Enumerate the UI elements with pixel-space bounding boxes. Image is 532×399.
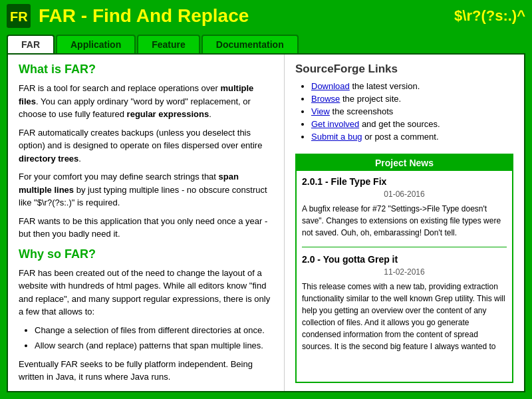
news-body: This release comes with a new tab, provi…: [302, 281, 507, 352]
main-content: What is FAR? FAR is a tool for search an…: [7, 53, 525, 392]
list-item: Change a selection of files from differe…: [35, 324, 273, 337]
tab-far[interactable]: FAR: [7, 35, 55, 53]
section1-para1: FAR is a tool for search and replace ope…: [19, 82, 273, 121]
list-item: View the screenshots: [311, 106, 513, 116]
download-link[interactable]: Download: [311, 81, 350, 91]
section1-para2: FAR automatically creates backups (unles…: [19, 126, 273, 166]
news-date: 01-06-2016: [302, 190, 507, 199]
svg-text:FR: FR: [10, 9, 28, 24]
section2-para1: FAR has been created out of the need to …: [19, 267, 273, 319]
bold-span-multiple: span multiple lines: [19, 172, 239, 195]
browse-link[interactable]: Browse: [311, 94, 340, 104]
get-involved-link[interactable]: Get involved: [311, 119, 359, 129]
app-subtitle: $\r?(?s:.)^: [454, 7, 525, 25]
list-item: Allow search (and replace) patterns that…: [35, 339, 273, 352]
list-item: Get involved and get the sources.: [311, 119, 513, 129]
project-news-panel: Project News 2.0.1 - File Type Fix 01-06…: [295, 154, 513, 383]
sf-link-list: Download the latest version. Browse the …: [295, 81, 513, 142]
news-body: A bugfix release for #72 "Settings->File…: [302, 203, 507, 239]
section3-title: How FAR Then?: [19, 390, 273, 392]
right-column: SourceForge Links Download the latest ve…: [285, 55, 524, 391]
project-news-content[interactable]: 2.0.1 - File Type Fix 01-06-2016 A bugfi…: [297, 171, 512, 382]
submit-bug-link[interactable]: Submit a bug: [311, 132, 362, 142]
bold-regular-expressions: regular expressions: [127, 109, 209, 119]
news-title: 2.0.1 - File Type Fix: [302, 176, 507, 187]
view-link[interactable]: View: [311, 106, 330, 116]
list-item: Submit a bug or post a comment.: [311, 132, 513, 142]
section2-list: Change a selection of files from differe…: [19, 324, 273, 352]
app-logo: FR: [7, 4, 31, 28]
section1-para4: FAR wants to be this application that yo…: [19, 215, 273, 241]
bold-directory-trees: directory trees: [19, 154, 78, 164]
project-news-header: Project News: [297, 155, 512, 171]
news-item: 2.0 - You gotta Grep it 11-02-2016 This …: [302, 254, 507, 352]
list-item: Browse the project site.: [311, 94, 513, 104]
app-header: FR FAR - Find And Replace $\r?(?s:.)^: [0, 0, 532, 32]
list-item: Download the latest version.: [311, 81, 513, 91]
tab-feature[interactable]: Feature: [137, 35, 200, 53]
tab-bar: FAR Application Feature Documentation: [0, 32, 532, 53]
section1-para3: For your comfort you may define search s…: [19, 170, 273, 209]
section2-title: Why so FAR?: [19, 247, 273, 261]
news-divider: [302, 247, 507, 247]
tab-documentation[interactable]: Documentation: [201, 35, 299, 53]
sourceforge-links: SourceForge Links Download the latest ve…: [295, 63, 513, 144]
app-title: FAR - Find And Replace: [39, 5, 446, 27]
section1-title: What is FAR?: [19, 63, 273, 76]
left-column: What is FAR? FAR is a tool for search an…: [8, 55, 285, 391]
news-date: 11-02-2016: [302, 267, 507, 277]
news-title: 2.0 - You gotta Grep it: [302, 254, 507, 265]
news-item: 2.0.1 - File Type Fix 01-06-2016 A bugfi…: [302, 176, 507, 239]
sf-title: SourceForge Links: [295, 63, 513, 76]
bold-multiple-files: multiple files: [19, 83, 253, 106]
section2-para2: Eventually FAR seeks to be fully platfor…: [19, 358, 273, 384]
tab-application[interactable]: Application: [56, 35, 136, 53]
